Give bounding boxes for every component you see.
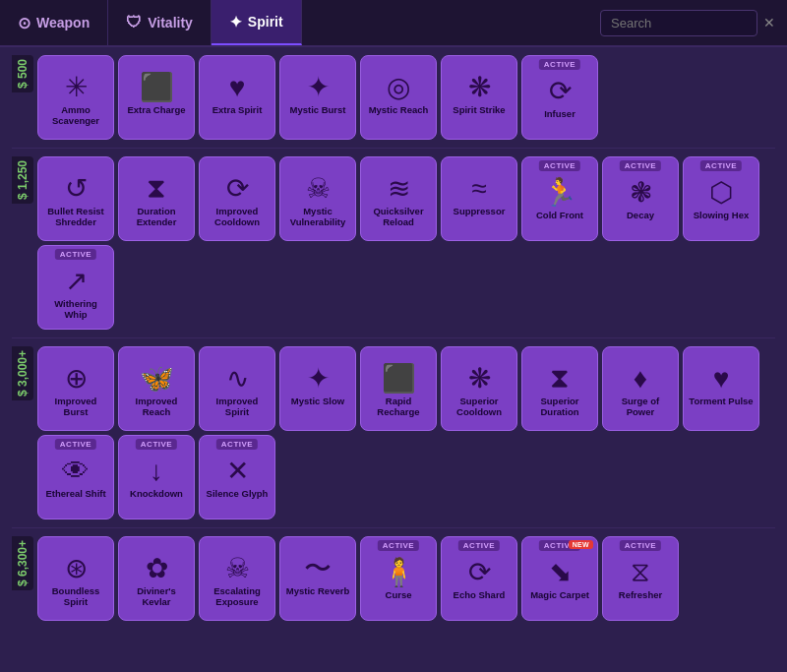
active-badge: ACTIVE [620, 160, 661, 171]
tier-label-tier1250: $ 1,250 [12, 156, 33, 204]
card-torment-pulse[interactable]: ♥Torment Pulse [683, 346, 759, 431]
card-superior-duration[interactable]: ⧗Superior Duration [521, 346, 598, 431]
card-icon-quicksilver-reload: ≋ [388, 175, 410, 203]
card-icon-cold-front: 🏃 [543, 179, 577, 207]
card-improved-cooldown[interactable]: ⟳Improved Cooldown [199, 156, 275, 241]
card-name-silence-glyph: Silence Glyph [207, 488, 269, 499]
card-icon-magic-carpet: ⬊ [549, 559, 572, 586]
card-mystic-reach[interactable]: ◎Mystic Reach [360, 55, 437, 140]
active-badge: ACTIVE [216, 439, 258, 450]
vitality-tab-label: Vitality [148, 15, 193, 31]
card-knockdown[interactable]: ACTIVE↓Knockdown [118, 435, 195, 519]
card-improved-burst[interactable]: ⊕Improved Burst [37, 346, 114, 431]
card-icon-improved-burst: ⊕ [65, 365, 88, 393]
card-icon-silence-glyph: ✕ [226, 458, 249, 485]
active-badge: ACTIVE [620, 540, 661, 551]
card-name-escalating-exposure: Escalating Exposure [204, 585, 271, 608]
card-name-infuser: Infuser [544, 108, 575, 119]
search-clear-button[interactable]: ✕ [763, 15, 775, 31]
card-silence-glyph[interactable]: ACTIVE✕Silence Glyph [199, 435, 275, 519]
card-extra-charge[interactable]: ⬛Extra Charge [118, 55, 195, 140]
card-boundless-spirit[interactable]: ⊛Boundless Spirit [37, 536, 114, 621]
card-mystic-vulnerability[interactable]: ☠Mystic Vulnerability [279, 156, 356, 241]
card-name-ammo-scavenger: Ammo Scavenger [42, 104, 109, 127]
card-decay[interactable]: ACTIVE❃Decay [602, 156, 679, 241]
tier-divider [12, 337, 775, 338]
card-icon-improved-reach: 🦋 [140, 365, 174, 393]
card-ammo-scavenger[interactable]: ✳Ammo Scavenger [37, 55, 114, 140]
card-name-superior-cooldown: Superior Cooldown [446, 396, 513, 418]
card-rapid-recharge[interactable]: ⬛Rapid Recharge [360, 346, 437, 431]
card-ethereal-shift[interactable]: ACTIVE👁Ethereal Shift [37, 435, 114, 519]
card-name-superior-duration: Superior Duration [526, 396, 593, 418]
active-badge: ACTIVE [55, 249, 96, 260]
card-improved-reach[interactable]: 🦋Improved Reach [118, 346, 195, 431]
card-name-surge-of-power: Surge of Power [607, 396, 674, 418]
active-badge: ACTIVE [539, 160, 580, 171]
card-name-improved-cooldown: Improved Cooldown [204, 206, 271, 228]
card-name-cold-front: Cold Front [536, 210, 583, 220]
card-icon-withering-whip: ↗ [65, 268, 88, 295]
active-badge: ACTIVE [378, 540, 419, 551]
card-name-refresher: Refresher [619, 589, 662, 600]
card-cold-front[interactable]: ACTIVE🏃Cold Front [521, 156, 598, 241]
card-icon-suppressor: ≈ [471, 175, 486, 203]
card-duration-extender[interactable]: ⧗Duration Extender [118, 156, 195, 241]
card-icon-torment-pulse: ♥ [713, 365, 730, 393]
tier-content-tier500: ✳Ammo Scavenger⬛Extra Charge♥Extra Spiri… [37, 55, 775, 140]
card-curse[interactable]: ACTIVE🧍Curse [360, 536, 437, 621]
card-mystic-slow[interactable]: ✦Mystic Slow [279, 346, 356, 431]
card-name-duration-extender: Duration Extender [123, 206, 190, 228]
card-icon-boundless-spirit: ⊛ [65, 555, 88, 582]
card-icon-mystic-burst: ✦ [307, 74, 330, 101]
card-bullet-resist-shredder[interactable]: ↺Bullet Resist Shredder [37, 156, 114, 241]
card-echo-shard[interactable]: ACTIVE⟳Echo Shard [441, 536, 517, 621]
card-surge-of-power[interactable]: ♦Surge of Power [602, 346, 679, 431]
card-name-mystic-reach: Mystic Reach [369, 104, 429, 115]
card-name-knockdown: Knockdown [130, 488, 183, 499]
card-infuser[interactable]: ACTIVE⟳Infuser [521, 55, 598, 140]
card-improved-spirit[interactable]: ∿Improved Spirit [199, 346, 275, 431]
card-spirit-strike[interactable]: ❋Spirit Strike [441, 55, 517, 140]
header: ⊙ Weapon 🛡 Vitality ✦ Spirit ✕ [0, 0, 787, 47]
card-superior-cooldown[interactable]: ❋Superior Cooldown [441, 346, 517, 431]
spirit-tab-label: Spirit [248, 14, 283, 30]
tier-row-tier500: $ 500✳Ammo Scavenger⬛Extra Charge♥Extra … [12, 55, 775, 140]
cards-row-tier1250-0: ↺Bullet Resist Shredder⧗Duration Extende… [37, 156, 775, 241]
tab-weapon[interactable]: ⊙ Weapon [0, 0, 108, 45]
tier-divider [12, 148, 775, 149]
card-name-mystic-burst: Mystic Burst [289, 104, 345, 115]
tier-row-tier6300: $ 6,300+⊛Boundless Spirit✿Diviner's Kevl… [12, 536, 775, 621]
vitality-tab-icon: 🛡 [126, 14, 142, 31]
card-name-ethereal-shift: Ethereal Shift [45, 488, 105, 499]
tab-spirit[interactable]: ✦ Spirit [212, 0, 302, 45]
tier-label-tier3000: $ 3,000+ [12, 346, 33, 400]
card-escalating-exposure[interactable]: ☠Escalating Exposure [199, 536, 275, 621]
card-icon-refresher: ⧖ [631, 559, 650, 586]
card-diviner's-kevlar[interactable]: ✿Diviner's Kevlar [118, 536, 195, 621]
card-icon-surge-of-power: ♦ [634, 365, 647, 393]
card-mystic-burst[interactable]: ✦Mystic Burst [279, 55, 356, 140]
tier-content-tier6300: ⊛Boundless Spirit✿Diviner's Kevlar☠Escal… [37, 536, 775, 621]
card-name-diviner's-kevlar: Diviner's Kevlar [123, 585, 190, 608]
card-slowing-hex[interactable]: ACTIVE⬡Slowing Hex [683, 156, 759, 241]
card-refresher[interactable]: ACTIVE⧖Refresher [602, 536, 679, 621]
card-icon-spirit-strike: ❋ [468, 74, 491, 101]
card-icon-improved-spirit: ∿ [226, 365, 249, 393]
tab-vitality[interactable]: 🛡 Vitality [108, 0, 212, 45]
new-badge: NEW [569, 540, 593, 549]
card-icon-extra-spirit: ♥ [229, 74, 246, 101]
card-magic-carpet[interactable]: ACTIVENEW⬊Magic Carpet [521, 536, 598, 621]
tier-content-tier1250: ↺Bullet Resist Shredder⧗Duration Extende… [37, 156, 775, 330]
tier-label-tier500: $ 500 [12, 55, 33, 92]
card-quicksilver-reload[interactable]: ≋Quicksilver Reload [360, 156, 437, 241]
card-name-slowing-hex: Slowing Hex [694, 210, 749, 220]
content-area: $ 500✳Ammo Scavenger⬛Extra Charge♥Extra … [0, 47, 787, 672]
search-input[interactable] [600, 10, 757, 36]
card-suppressor[interactable]: ≈Suppressor [441, 156, 517, 241]
card-withering-whip[interactable]: ACTIVE↗Withering Whip [37, 245, 114, 330]
card-extra-spirit[interactable]: ♥Extra Spirit [199, 55, 275, 140]
card-icon-decay: ❃ [630, 179, 652, 207]
card-mystic-reverb[interactable]: 〜Mystic Reverb [279, 536, 356, 621]
tier-label-tier6300: $ 6,300+ [12, 536, 33, 590]
